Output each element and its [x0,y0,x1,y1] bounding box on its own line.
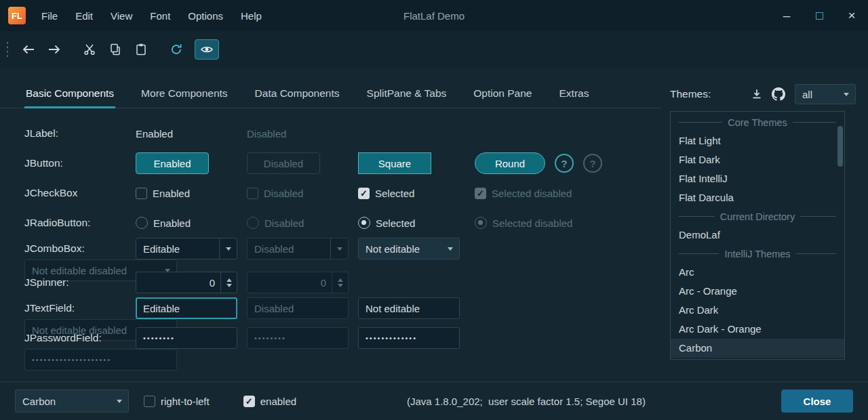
toolbar-grip[interactable] [6,41,9,58]
scrollbar[interactable] [837,114,843,357]
radio-label: Enabled [153,217,191,229]
theme-item-demolaf[interactable]: DemoLaf [671,226,844,245]
copy-button[interactable] [102,38,128,61]
checkbox-label: Disabled [264,188,303,199]
radio-enabled[interactable]: Enabled [136,217,247,229]
tab-bar: Basic Components More Components Data Co… [0,80,662,108]
menu-file[interactable]: File [33,0,66,31]
combobox-editable[interactable]: Editable [136,238,237,259]
combobox-not-editable[interactable]: Not editable [358,238,460,259]
menu-view[interactable]: View [102,0,141,31]
show-details-toggle-button[interactable] [195,39,219,60]
theme-filter-combobox[interactable]: all [795,84,856,104]
theme-item-flat-intellij[interactable]: Flat IntelliJ [671,169,844,188]
themes-label: Themes: [670,88,711,100]
theme-item-arc-dark[interactable]: Arc Dark [671,301,844,320]
titlebar: FL File Edit View Font Options Help Flat… [0,0,868,31]
checkbox-label: right-to-left [161,396,210,407]
spinner-disabled: 0 [247,272,349,293]
jlabel-row: JLabel: Enabled Disabled [24,119,662,148]
download-themes-button[interactable] [746,84,768,104]
round-button[interactable]: Round [475,152,545,174]
separator-label: Core Themes [728,117,787,128]
refresh-button[interactable] [163,38,189,61]
menu-options[interactable]: Options [179,0,232,31]
scrollbar-thumb[interactable] [837,126,843,167]
window-title: FlatLaf Demo [403,0,465,31]
scissors-icon [83,43,96,56]
chevron-down-icon [837,85,855,104]
checkbox-selected[interactable]: Selected [358,188,475,199]
radio-selected-disabled: Selected disabled [475,217,662,229]
tab-basic-components[interactable]: Basic Components [24,87,115,108]
theme-item-flat-dark[interactable]: Flat Dark [671,150,844,169]
help-button[interactable]: ? [555,154,574,173]
copy-icon [109,43,121,56]
minimize-button[interactable]: – [770,0,803,31]
jtextfield-row: JTextField: Editable Disabled Not editab… [24,297,662,327]
menu-font[interactable]: Font [141,0,179,31]
forward-button[interactable] [41,38,67,61]
checkbox-enabled[interactable]: Enabled [136,188,247,199]
menu-help[interactable]: Help [232,0,271,31]
jradiobutton-row: JRadioButton: Enabled Disabled Selected … [24,208,662,238]
combobox-value: Not editable [359,243,441,255]
theme-item-arc[interactable]: Arc [671,263,844,282]
eye-icon [201,45,213,54]
passwordfield-not-editable[interactable]: ••••••••••••• [358,327,460,349]
theme-item-arc-dark-orange[interactable]: Arc Dark - Orange [671,320,844,339]
chevron-down-icon [111,390,128,412]
textfield-disabled: Disabled [247,297,349,319]
checkbox-box-checked [243,396,255,407]
jcombobox-row-label: JComboBox: [24,243,136,255]
combobox-value: Editable [136,243,219,255]
tab-splitpane-tabs[interactable]: SplitPane & Tabs [366,87,448,108]
checkbox-label: Enabled [153,188,190,199]
github-button[interactable] [768,84,789,104]
theme-item-arc-orange[interactable]: Arc - Orange [671,282,844,301]
radio-label: Selected disabled [492,217,572,229]
themes-header: Themes: all [670,82,856,106]
textfield-not-editable[interactable]: Not editable [358,297,460,319]
maximize-button[interactable] [803,0,835,31]
chevron-down-icon[interactable] [219,238,237,259]
tab-data-components[interactable]: Data Components [254,87,341,108]
tab-option-pane[interactable]: Option Pane [472,87,533,108]
cut-button[interactable] [77,38,102,61]
statusbar-theme-combobox[interactable]: Carbon [15,390,129,413]
menu-edit[interactable]: Edit [66,0,102,31]
radio-circle-selected [358,217,370,229]
tab-more-components[interactable]: More Components [140,87,229,108]
basic-components-panel: JLabel: Enabled Disabled JButton: Enable… [24,119,662,357]
close-button[interactable]: Close [781,390,853,413]
status-bar: Carbon right-to-left enabled (Java 1.8.0… [0,381,868,420]
tab-extras[interactable]: Extras [558,87,591,108]
jlabel-enabled: Enabled [136,128,247,140]
themes-list: Core Themes Flat Light Flat Dark Flat In… [670,111,845,360]
square-button[interactable]: Square [358,152,431,174]
back-button[interactable] [16,38,41,61]
radio-circle [247,217,259,229]
spinner-value: 0 [248,277,332,289]
checkbox-label: Selected [375,188,414,199]
theme-item-flat-darcula[interactable]: Flat Darcula [671,188,844,207]
jcheckbox-row: JCheckBox Enabled Disabled Selected Sele… [24,178,662,208]
theme-list-separator: Core Themes [671,113,844,131]
window-close-button[interactable]: × [835,0,868,31]
spinner-buttons[interactable] [220,272,237,293]
right-to-left-checkbox[interactable]: right-to-left [144,396,210,407]
theme-item-flat-light[interactable]: Flat Light [671,131,844,150]
paste-button[interactable] [128,38,154,61]
jradiobutton-row-label: JRadioButton: [24,217,136,229]
help-button-disabled: ? [583,154,602,173]
textfield-editable-focused[interactable]: Editable [136,297,237,319]
checkbox-box-checked [475,188,486,199]
radio-selected[interactable]: Selected [358,217,475,229]
passwordfield-enabled[interactable]: •••••••• [136,327,237,349]
jbutton-row-label: JButton: [24,157,136,169]
enabled-checkbox[interactable]: enabled [243,396,296,407]
jspinner-row-label: JSpinner: [24,276,136,289]
theme-item-carbon[interactable]: Carbon [671,339,844,358]
spinner-enabled[interactable]: 0 [136,272,237,293]
enabled-button[interactable]: Enabled [136,152,209,174]
